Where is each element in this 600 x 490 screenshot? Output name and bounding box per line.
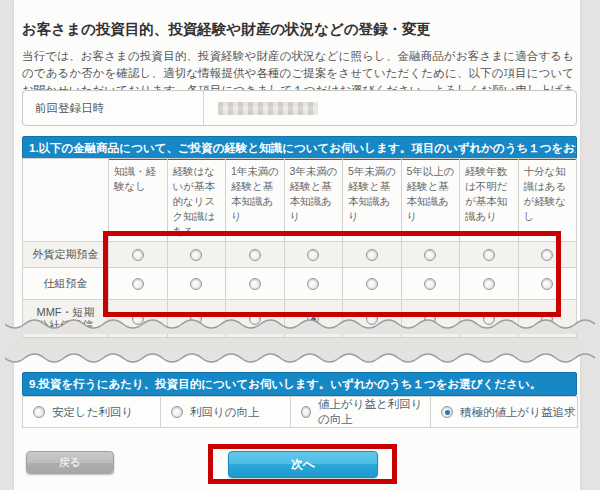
column-header-7: 十分な知識はあるが経験なし (518, 159, 577, 242)
radio-cell[interactable] (167, 242, 226, 268)
column-header-6: 経験年数は不明だが基本知識あり (460, 159, 519, 242)
radio-cell[interactable] (460, 242, 519, 268)
radio-cell[interactable] (284, 242, 343, 268)
radio-button[interactable] (132, 249, 144, 261)
radio-cell[interactable] (401, 242, 460, 268)
radio-button[interactable] (132, 278, 144, 290)
option-label: 利回りの向上 (190, 405, 260, 420)
question9-header-bar: 9.投資を行うにあたり、投資目的についてお伺いします。いずれかのうち１つをお選び… (22, 372, 577, 396)
option-improve-yield[interactable]: 利回りの向上 (161, 397, 291, 428)
row-label: 仕組預金 (23, 268, 109, 300)
radio-button[interactable] (483, 249, 495, 261)
radio-cell[interactable] (518, 242, 577, 268)
radio-button[interactable] (366, 249, 378, 261)
investment-profile-page: お客さまの投資目的、投資経験や財産の状況などの登録・変更 当行では、お客さまの投… (0, 0, 600, 490)
row-label: MMF・短期公社債投信 (23, 300, 109, 338)
column-header-4: 5年未満の経験と基本知識あり (343, 159, 402, 242)
radio-button[interactable] (190, 313, 202, 325)
radio-button[interactable] (307, 249, 319, 261)
radio-button[interactable] (132, 313, 144, 325)
radio-cell[interactable] (518, 300, 577, 338)
experience-knowledge-table: 知識・経験なし 経験はないが基本的なリスク知識はある 1年未満の経験と基本知識あ… (22, 158, 577, 338)
question1-header-bar: 1.以下の金融商品について、ご投資の経験と知識についてお伺いします。項目のいずれ… (22, 136, 577, 160)
option-aggressive-gain[interactable]: 積極的値上がり益追求 (431, 397, 578, 428)
radio-button[interactable] (307, 313, 319, 325)
radio-button[interactable] (249, 249, 261, 261)
table-row-mmf-bond-fund: MMF・短期公社債投信 (23, 300, 577, 338)
radio-cell[interactable] (284, 300, 343, 338)
option-stable-yield[interactable]: 安定した利回り (23, 397, 161, 428)
radio-button[interactable] (541, 249, 553, 261)
divider (203, 91, 204, 125)
masked-datetime-value (218, 102, 318, 115)
option-label: 安定した利回り (52, 405, 133, 420)
radio-cell[interactable] (401, 300, 460, 338)
radio-cell[interactable] (226, 268, 285, 300)
form-card-top: お客さまの投資目的、投資経験や財産の状況などの登録・変更 当行では、お客さまの投… (14, 0, 580, 332)
row-label: 外貨定期預金 (23, 242, 109, 268)
radio-cell[interactable] (167, 300, 226, 338)
radio-button[interactable] (541, 278, 553, 290)
back-button[interactable]: 戻る (26, 451, 114, 474)
radio-cell[interactable] (343, 242, 402, 268)
radio-button[interactable] (190, 278, 202, 290)
radio-cell[interactable] (167, 268, 226, 300)
radio-cell[interactable] (226, 242, 285, 268)
radio-button[interactable] (307, 278, 319, 290)
radio-button[interactable] (424, 249, 436, 261)
radio-cell[interactable] (343, 268, 402, 300)
radio-button[interactable] (541, 313, 553, 325)
radio-button[interactable] (424, 313, 436, 325)
radio-cell[interactable] (460, 268, 519, 300)
radio-button[interactable] (366, 278, 378, 290)
radio-button[interactable] (171, 406, 183, 418)
option-gain-and-yield[interactable]: 値上がり益と利回りの向上 (291, 397, 431, 428)
radio-cell[interactable] (343, 300, 402, 338)
investment-purpose-options: 安定した利回り 利回りの向上 値上がり益と利回りの向上 積極的値上がり益追求 (22, 396, 578, 428)
radio-button[interactable] (33, 406, 45, 418)
radio-button[interactable] (301, 406, 311, 418)
column-header-1: 経験はないが基本的なリスク知識はある (167, 159, 226, 242)
previous-registration-box: 前回登録日時 (22, 90, 577, 126)
radio-cell[interactable] (401, 268, 460, 300)
table-row-structured-deposit: 仕組預金 (23, 268, 577, 300)
column-header-2: 1年未満の経験と基本知識あり (226, 159, 285, 242)
radio-button[interactable] (441, 406, 453, 418)
table-corner-cell (23, 159, 109, 242)
radio-button[interactable] (190, 249, 202, 261)
option-label: 積極的値上がり益追求 (460, 405, 576, 420)
radio-button[interactable] (249, 278, 261, 290)
radio-button[interactable] (483, 278, 495, 290)
option-label: 値上がり益と利回りの向上 (318, 397, 430, 427)
radio-button[interactable] (424, 278, 436, 290)
column-header-5: 5年以上の経験と基本知識あり (401, 159, 460, 242)
column-header-3: 3年未満の経験と基本知識あり (284, 159, 343, 242)
radio-cell[interactable] (109, 300, 168, 338)
radio-cell[interactable] (460, 300, 519, 338)
page-title: お客さまの投資目的、投資経験や財産の状況などの登録・変更 (22, 20, 431, 39)
form-card-bottom: 9.投資を行うにあたり、投資目的についてお伺いします。いずれかのうち１つをお選び… (14, 352, 580, 490)
radio-button[interactable] (249, 313, 261, 325)
radio-cell[interactable] (109, 268, 168, 300)
next-button[interactable]: 次へ (228, 451, 378, 478)
radio-cell[interactable] (518, 268, 577, 300)
table-row-foreign-deposit: 外貨定期預金 (23, 242, 577, 268)
radio-button[interactable] (366, 313, 378, 325)
radio-cell[interactable] (284, 268, 343, 300)
table-header-row: 知識・経験なし 経験はないが基本的なリスク知識はある 1年未満の経験と基本知識あ… (23, 159, 577, 242)
radio-button[interactable] (483, 313, 495, 325)
radio-cell[interactable] (109, 242, 168, 268)
column-header-0: 知識・経験なし (109, 159, 168, 242)
radio-cell[interactable] (226, 300, 285, 338)
previous-registration-label: 前回登録日時 (23, 101, 203, 116)
